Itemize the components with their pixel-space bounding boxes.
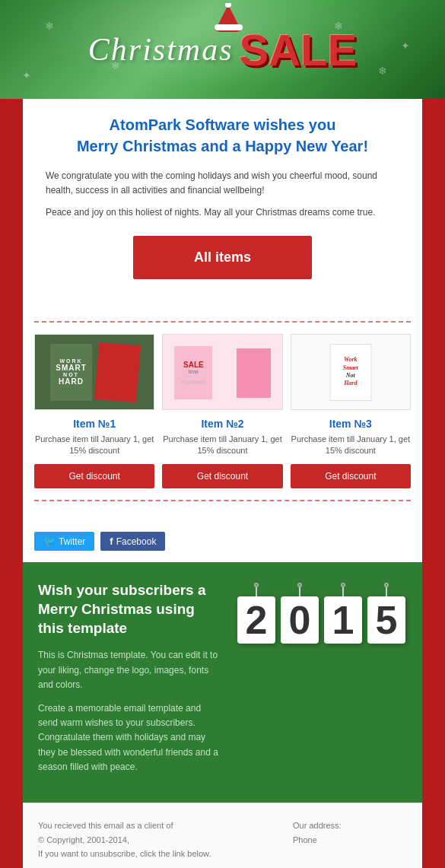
get-discount-btn-2[interactable]: Get discount [162, 464, 282, 488]
product-image-1: WORK SMART NOT HARD [34, 334, 154, 410]
footer-left: You recieved this email as a client of ©… [38, 819, 278, 861]
footer-line2: © Copyright, 2001-2014, [38, 835, 129, 844]
products-section: WORK SMART NOT HARD Item №1 Purchase ite… [23, 302, 422, 525]
get-discount-btn-3[interactable]: Get discount [291, 464, 411, 488]
facebook-icon: f [110, 536, 113, 547]
twitter-bird-icon: 🐦 [43, 536, 56, 547]
twitter-label: Twitter [59, 536, 85, 547]
all-items-button[interactable]: All items [133, 236, 312, 279]
footer-right-text: Our address: Phone [293, 819, 407, 847]
tag-hole-1 [254, 583, 259, 587]
footer-address-label: Our address: [293, 821, 342, 830]
tag-hole-4 [384, 583, 389, 587]
product-col-1: WORK SMART NOT HARD Item №1 Purchase ite… [34, 334, 154, 489]
greeting-body-2: Peace and joy on this holiest of nights.… [46, 205, 399, 220]
product2-card-back [237, 348, 271, 398]
facebook-button[interactable]: f Facebook [100, 532, 165, 551]
svg-rect-2 [215, 24, 243, 30]
footer-section: You recieved this email as a client of ©… [23, 803, 422, 868]
bottom-dotted-divider [34, 500, 411, 501]
product-1-title: Item №1 [34, 418, 154, 430]
greeting-section: AtomPark Software wishes you Merry Chris… [23, 99, 422, 302]
product1-card-front: WORK SMART NOT HARD [50, 344, 92, 401]
banner-christmas-text: Christmas [88, 31, 234, 68]
tag-hole-3 [341, 583, 345, 587]
promo-title: Wish your subscribers a Merry Christmas … [38, 581, 221, 637]
social-buttons: 🐦 Twitter f Facebook [34, 532, 411, 551]
footer-columns: You recieved this email as a client of ©… [38, 819, 407, 861]
product-image-2: SALE time Fondation [162, 334, 282, 410]
product-2-desc: Purchase item till January 1, get 15% di… [162, 434, 282, 457]
product3-card-white: WorkSmartNotHard [329, 344, 371, 401]
product2-card-main: SALE time Fondation [174, 346, 212, 399]
year-digit-1: 2 [237, 596, 275, 644]
footer-right: Our address: Phone [293, 819, 407, 861]
product-image-3: WorkSmartNotHard [291, 334, 411, 410]
footer-left-text: You recieved this email as a client of ©… [38, 819, 278, 861]
email-wrapper: ❄ ❄ ❄ ❄ ✦ ✦ Christmas SALE AtomPark Soft… [0, 0, 445, 868]
social-section: 🐦 Twitter f Facebook [23, 524, 422, 562]
svg-point-3 [225, 3, 231, 8]
year-digit-3: 1 [324, 596, 362, 644]
banner-sale-text: SALE [240, 24, 358, 75]
santa-hat-icon [211, 3, 246, 32]
tag-hole-2 [297, 583, 302, 587]
product-1-desc: Purchase item till January 1, get 15% di… [34, 434, 154, 457]
get-discount-btn-1[interactable]: Get discount [34, 464, 154, 488]
product-col-2: SALE time Fondation Item №2 Purchase ite… [162, 334, 282, 489]
year-display: 2 0 1 5 [236, 581, 407, 644]
promo-text: Wish your subscribers a Merry Christmas … [38, 581, 221, 784]
product-3-desc: Purchase item till January 1, get 15% di… [291, 434, 411, 457]
promo-body-1: This is Christmas template. You can edit… [38, 648, 221, 692]
all-items-btn-wrapper: All items [46, 236, 399, 279]
year-digit-2: 0 [281, 596, 319, 644]
top-dotted-divider [34, 321, 411, 323]
footer-phone-label: Phone [293, 835, 317, 844]
year-tags: 2 0 1 5 [236, 581, 407, 644]
promo-section: Wish your subscribers a Merry Christmas … [23, 562, 422, 803]
product-3-title: Item №3 [291, 418, 411, 430]
greeting-body-1: We congratulate you with the coming holi… [46, 169, 399, 198]
year-digit-4: 5 [367, 596, 405, 644]
product1-card-back [94, 342, 141, 402]
greeting-title: AtomPark Software wishes you Merry Chris… [46, 114, 399, 157]
product-2-title: Item №2 [162, 418, 282, 430]
footer-line1: You recieved this email as a client of [38, 821, 173, 830]
footer-line3: If you want to unsubscribe, click the li… [38, 849, 211, 858]
promo-body-2: Create a memorable email template and se… [38, 701, 221, 774]
twitter-button[interactable]: 🐦 Twitter [34, 532, 94, 551]
header-banner: ❄ ❄ ❄ ❄ ✦ ✦ Christmas SALE [0, 0, 445, 99]
product-col-3: WorkSmartNotHard Item №3 Purchase item t… [291, 334, 411, 489]
products-grid: WORK SMART NOT HARD Item №1 Purchase ite… [34, 334, 411, 489]
facebook-label: Facebook [116, 536, 157, 547]
